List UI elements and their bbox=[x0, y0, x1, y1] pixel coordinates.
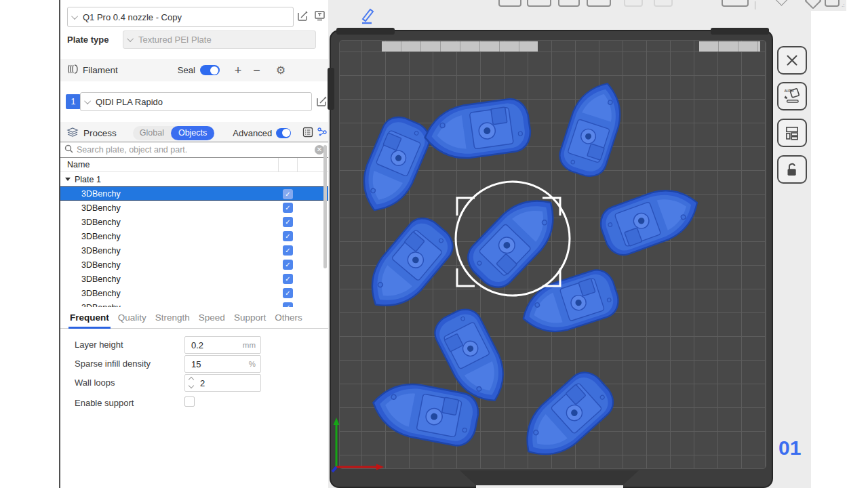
infill-density-label: Sparse infill density bbox=[75, 359, 151, 369]
tree-header: Name bbox=[60, 158, 328, 172]
printer-preset-select[interactable]: Q1 Pro 0.4 nozzle - Copy bbox=[67, 7, 294, 27]
advanced-label: Advanced bbox=[233, 128, 272, 138]
unlocked-padlock-icon bbox=[783, 161, 801, 178]
visibility-checkbox[interactable]: ✓ bbox=[283, 203, 293, 213]
toolbar-icon-partial[interactable] bbox=[775, 0, 787, 6]
wall-loops-label: Wall loops bbox=[75, 378, 115, 388]
toolbar-icon-partial[interactable] bbox=[558, 0, 580, 7]
tab-speed[interactable]: Speed bbox=[199, 308, 225, 329]
filament-settings-gear-icon[interactable]: ⚙ bbox=[276, 64, 285, 77]
seal-label: Seal bbox=[178, 65, 195, 75]
visibility-checkbox[interactable]: ✓ bbox=[283, 260, 293, 270]
auto-orient-icon: AUTO bbox=[783, 87, 802, 106]
object-name: 3DBenchy bbox=[81, 189, 121, 199]
auto-orient-button[interactable]: AUTO bbox=[777, 82, 807, 110]
parameter-list-icon[interactable] bbox=[302, 127, 313, 140]
process-global-tab[interactable]: Global bbox=[133, 128, 171, 138]
seal-toggle[interactable] bbox=[200, 65, 220, 75]
toolbar-icon-partial[interactable] bbox=[587, 0, 611, 7]
plate-number-label[interactable]: 01 bbox=[778, 436, 801, 460]
wall-loops-field-frame bbox=[184, 374, 261, 392]
visibility-checkbox[interactable]: ✓ bbox=[283, 231, 293, 241]
visibility-checkbox[interactable]: ✓ bbox=[283, 245, 293, 256]
filament-select[interactable]: QIDI PLA Rapido bbox=[80, 92, 312, 111]
object-name: 3DBenchy bbox=[81, 260, 121, 270]
remove-filament-button[interactable]: − bbox=[253, 64, 260, 77]
advanced-toggle[interactable] bbox=[276, 128, 291, 138]
object-name: 3DBenchy bbox=[81, 274, 121, 284]
enable-support-checkbox[interactable] bbox=[184, 396, 195, 407]
plate-grid bbox=[339, 40, 766, 469]
tree-row-benchy[interactable]: 3DBenchy✓ bbox=[60, 201, 328, 215]
tab-strength[interactable]: Strength bbox=[155, 308, 190, 329]
plate-clip bbox=[336, 28, 395, 35]
plate-type-select[interactable]: Textured PEI Plate bbox=[123, 30, 316, 49]
search-input[interactable] bbox=[77, 145, 311, 155]
tree-row-benchy[interactable]: 3DBenchy✓ bbox=[60, 272, 328, 286]
infill-density-unit: % bbox=[249, 360, 256, 368]
visibility-checkbox[interactable]: ✓ bbox=[283, 302, 293, 307]
chevron-down-icon bbox=[84, 98, 91, 104]
edit-filament-icon[interactable] bbox=[316, 96, 328, 109]
object-tree-panel: ✕ Name Plate 1 3DBenchy✓3DBenchy✓3DBench… bbox=[60, 142, 328, 306]
toolbar-icon-partial[interactable] bbox=[804, 0, 821, 9]
infill-density-field-frame: % bbox=[184, 355, 261, 373]
wall-loops-input[interactable] bbox=[185, 375, 260, 391]
column-divider bbox=[278, 158, 279, 172]
plate-clip bbox=[328, 68, 334, 110]
visibility-checkbox[interactable]: ✓ bbox=[283, 288, 293, 298]
left-sidebar: Q1 Pro 0.4 nozzle - Copy Plate type Text… bbox=[59, 0, 328, 488]
viewport-3d[interactable]: AUTO 01 bbox=[328, 11, 811, 488]
tree-row-benchy[interactable]: 3DBenchy✓ bbox=[60, 243, 328, 258]
delete-plate-button[interactable] bbox=[777, 46, 807, 75]
visibility-checkbox[interactable]: ✓ bbox=[283, 274, 293, 284]
chevron-down-icon bbox=[71, 13, 78, 20]
toolbar-icon-partial bbox=[624, 0, 643, 7]
main-toolbar-cutoff: .: bbox=[328, 0, 846, 11]
edit-plate-name-pencil-icon[interactable] bbox=[357, 5, 378, 28]
object-name: 3DBenchy bbox=[81, 232, 121, 241]
edit-preset-icon[interactable] bbox=[297, 10, 309, 24]
tree-row-benchy[interactable]: 3DBenchy✓ bbox=[60, 186, 328, 201]
tab-quality[interactable]: Quality bbox=[118, 308, 146, 329]
printer-preset-value: Q1 Pro 0.4 nozzle - Copy bbox=[83, 12, 182, 22]
process-objects-tab[interactable]: Objects bbox=[171, 126, 214, 140]
visibility-checkbox[interactable]: ✓ bbox=[283, 217, 293, 227]
arrange-objects-button[interactable] bbox=[777, 119, 807, 147]
lock-plate-button[interactable] bbox=[777, 155, 807, 184]
clear-search-icon[interactable]: ✕ bbox=[315, 145, 324, 155]
filament-value: QIDI PLA Rapido bbox=[96, 97, 163, 107]
toolbar-icon-partial[interactable] bbox=[722, 0, 749, 7]
process-stack-icon bbox=[66, 127, 79, 140]
build-plate bbox=[330, 30, 773, 488]
filament-icon bbox=[66, 64, 79, 77]
tree-row-benchy[interactable]: 3DBenchy✓ bbox=[60, 215, 328, 229]
add-filament-button[interactable]: + bbox=[235, 64, 242, 77]
arrange-icon bbox=[783, 124, 801, 142]
tab-support[interactable]: Support bbox=[234, 308, 266, 329]
toolbar-icon-partial bbox=[654, 0, 673, 7]
layer-height-field-frame: mm bbox=[184, 336, 261, 354]
column-divider bbox=[297, 158, 298, 172]
tree-row-plate[interactable]: Plate 1 bbox=[60, 172, 328, 186]
tree-row-benchy[interactable]: 3DBenchy✓ bbox=[60, 286, 328, 300]
tree-row-benchy[interactable]: 3DBenchy✓ bbox=[60, 229, 328, 243]
filament-title: Filament bbox=[83, 65, 118, 75]
printer-settings-icon[interactable] bbox=[314, 10, 326, 24]
wipe-strip bbox=[699, 41, 760, 52]
visibility-checkbox[interactable]: ✓ bbox=[283, 189, 293, 199]
compare-parameters-icon[interactable] bbox=[317, 127, 328, 140]
tree-row-benchy[interactable]: 3DBenchy✓ bbox=[60, 258, 328, 272]
tab-frequent[interactable]: Frequent bbox=[70, 308, 109, 329]
tab-others[interactable]: Others bbox=[275, 308, 302, 329]
collapse-caret-icon[interactable] bbox=[65, 178, 71, 181]
tree-scrollbar[interactable] bbox=[323, 145, 327, 268]
layer-height-unit: mm bbox=[243, 341, 256, 349]
plate-front-notch bbox=[460, 470, 639, 485]
toolbar-icon-partial[interactable] bbox=[498, 0, 521, 7]
toolbar-icon-partial[interactable] bbox=[527, 0, 551, 7]
tree-row-benchy[interactable]: 3DBenchy✓ bbox=[60, 300, 328, 307]
object-name: 3DBenchy bbox=[81, 203, 121, 213]
chevron-down-icon bbox=[127, 35, 134, 42]
toolbar-icon-partial[interactable] bbox=[825, 0, 840, 7]
